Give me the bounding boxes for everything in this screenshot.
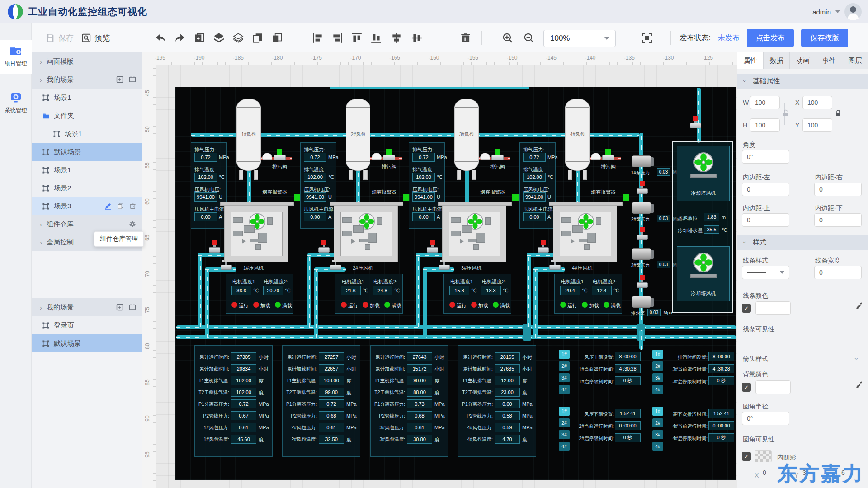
chevron-right-icon[interactable]: › <box>40 58 42 66</box>
chevron-right-icon[interactable]: › <box>40 239 42 246</box>
valve-body[interactable] <box>637 282 648 288</box>
design-canvas[interactable]: -195-190-185-180-175-170-165-160-155-150… <box>142 52 737 488</box>
fit-screen-icon[interactable] <box>641 32 653 44</box>
zoom-out-icon[interactable] <box>523 32 535 44</box>
unit-selector-chip[interactable]: 4# <box>559 442 570 451</box>
stats-panel[interactable]: 累计运行时间:27305小时累计加载时间:20834小时T1主机排气温:102.… <box>194 345 273 457</box>
motor-panel[interactable]: 电机温度1电机温度2:36.6℃20.70℃运行加载满载 <box>226 274 293 314</box>
copy-icon[interactable] <box>117 202 124 210</box>
pipe-vertical[interactable] <box>423 270 427 338</box>
line-style-select[interactable] <box>742 266 789 279</box>
gauge-panel[interactable]: 排气压力:0.72MPa排气温度:102.00℃压风机电压:9941.00U压风… <box>191 142 227 229</box>
tab-3[interactable]: 动画 <box>790 52 816 69</box>
tree-header-top-9[interactable]: ›组件仓库 <box>32 215 142 233</box>
unit-selector-chip[interactable]: 1# <box>652 407 663 416</box>
valve-body[interactable] <box>427 247 438 253</box>
tree-item-top-2[interactable]: 场景1 <box>32 89 142 107</box>
scada-scene[interactable]: 排污阀1#风包烟雾报警器排气压力:0.72MPa排气温度:102.00℃压风机电… <box>175 87 736 480</box>
inner-shadow-swatch[interactable] <box>755 450 772 462</box>
drain-dome-valve[interactable] <box>591 153 601 160</box>
compressor-unit[interactable] <box>224 206 288 262</box>
pipe-horizontal[interactable] <box>176 335 736 339</box>
pipe-vertical[interactable] <box>697 88 701 143</box>
compressor-unit[interactable] <box>553 206 617 262</box>
drain-valve-body[interactable] <box>383 155 395 160</box>
line-color-swatch[interactable] <box>755 301 791 315</box>
air-tank[interactable]: 4#风包 <box>565 99 590 171</box>
plus-square-icon[interactable] <box>116 76 123 83</box>
drain-dome-valve[interactable] <box>262 153 272 160</box>
chevron-right-icon[interactable]: › <box>40 221 42 228</box>
tree-item-bottom-1[interactable]: 登录页 <box>32 316 142 334</box>
zoom-in-icon[interactable] <box>502 32 514 44</box>
bg-color-checkbox[interactable]: ✓ <box>742 383 751 392</box>
eyedropper-icon[interactable] <box>856 381 863 389</box>
stats-panel[interactable]: 累计运行时间:28165小时累计加载时间:27635小时T1主机排气温:12.0… <box>458 345 536 457</box>
nav-item-system-management[interactable]: 系统管理 <box>0 87 32 121</box>
chevron-down-icon[interactable]: › <box>853 358 860 360</box>
distribute-horizontal-icon[interactable] <box>411 32 423 44</box>
motor-panel[interactable]: 电机温度1电机温度2:21.6℃24.8℃运行加载满载 <box>335 274 403 314</box>
tree-item-top-7[interactable]: 场景2 <box>32 179 142 197</box>
add-frame-icon[interactable] <box>129 76 136 83</box>
pad-left-field[interactable]: 0 <box>742 183 789 196</box>
tree-header-top-0[interactable]: ›画面模版 <box>32 52 142 70</box>
eyedropper-icon[interactable] <box>856 302 863 310</box>
gear-icon[interactable] <box>129 221 136 228</box>
stats-panel[interactable]: 累计运行时间:27643小时累计加载时间:15172小时T1主机排气温:90.0… <box>370 345 448 457</box>
valve-body[interactable] <box>690 123 701 128</box>
pump-icon[interactable] <box>632 296 651 308</box>
user-menu[interactable]: admin <box>812 0 862 23</box>
canvas-workspace[interactable]: 排污阀1#风包烟雾报警器排气压力:0.72MPa排气温度:102.00℃压风机电… <box>156 65 737 488</box>
user-name[interactable]: admin <box>812 8 831 16</box>
tree-item-top-3[interactable]: 文件夹 <box>32 107 142 125</box>
pipe-vertical[interactable] <box>416 256 420 327</box>
unit-selector-chip[interactable]: 1# <box>652 350 663 359</box>
add-frame-icon[interactable] <box>129 304 136 311</box>
unit-selector-chip[interactable]: 1# <box>559 350 570 359</box>
plus-square-icon[interactable] <box>116 304 123 311</box>
tree-header-top-1[interactable]: ›我的场景 <box>32 70 142 89</box>
motor-panel[interactable]: 电机温度1电机温度2:15.8℃18.3℃运行加载满载 <box>443 274 511 314</box>
unit-selector-chip[interactable]: 3# <box>652 373 663 382</box>
x-field[interactable]: 100 <box>802 96 832 109</box>
cooling-fan-box-top[interactable]: 冷却塔风机 <box>677 146 730 201</box>
valve-body[interactable] <box>209 247 220 253</box>
unit-selector-chip[interactable]: 2# <box>559 418 570 427</box>
pump-icon[interactable] <box>632 155 651 167</box>
stats-panel[interactable]: 累计运行时间:27257小时累计加载时间:22657小时T1主机排气温:103.… <box>282 345 360 457</box>
trash-icon[interactable] <box>129 202 136 210</box>
tab-5[interactable]: 图层 <box>842 52 868 69</box>
section-style[interactable]: ›样式 <box>737 235 868 250</box>
line-width-field[interactable]: 0 <box>814 266 862 279</box>
lock-icon[interactable] <box>835 109 841 117</box>
pad-right-field[interactable]: 0 <box>814 183 862 196</box>
zoom-level-select[interactable]: 100% <box>543 30 616 47</box>
align-left-icon[interactable] <box>312 32 324 44</box>
valve-body[interactable] <box>439 265 450 270</box>
bring-front-icon[interactable] <box>213 32 225 44</box>
pump-icon[interactable] <box>632 248 651 260</box>
valve-body[interactable] <box>538 247 549 253</box>
undo-icon[interactable] <box>155 32 166 44</box>
add-frame-icon[interactable] <box>193 32 205 44</box>
pad-top-field[interactable]: 0 <box>742 213 789 227</box>
h-field[interactable]: 100 <box>750 118 780 132</box>
nav-item-project-management[interactable]: 项目管理 <box>0 40 32 74</box>
unit-selector-chip[interactable]: 2# <box>559 361 570 371</box>
cooling-tower-panel[interactable]: 冷却塔风机水池液位1.83m冷却塔水温35.5℃冷却塔风机 <box>672 141 733 313</box>
save-button[interactable]: 保存 <box>45 30 74 46</box>
pipe-vertical[interactable] <box>576 170 580 205</box>
save-template-button[interactable]: 保存模版 <box>801 29 848 47</box>
air-tank[interactable]: 3#风包 <box>454 99 479 171</box>
pipe-vertical[interactable] <box>465 170 469 205</box>
compressor-unit[interactable] <box>442 206 506 262</box>
tree-item-top-8[interactable]: 场景3 <box>32 197 142 215</box>
preview-button[interactable]: 预览 <box>81 30 110 46</box>
pipe-vertical[interactable] <box>533 270 538 338</box>
unit-selector-chip[interactable]: 3# <box>559 430 570 439</box>
duplicate-icon[interactable] <box>271 32 283 44</box>
avatar[interactable] <box>844 3 862 20</box>
drain-valve-body[interactable] <box>491 155 504 160</box>
pipe-vertical[interactable] <box>527 256 531 327</box>
